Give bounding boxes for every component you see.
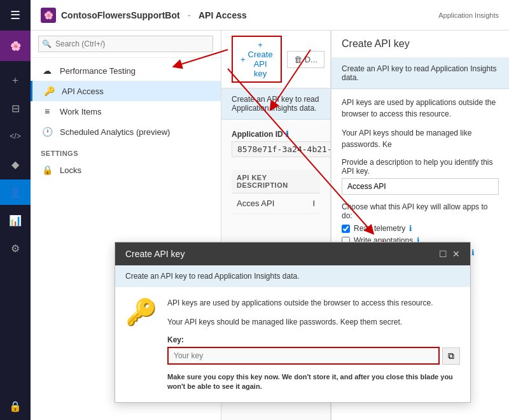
settings-section-label: SETTINGS bbox=[31, 142, 221, 160]
cloud-icon: ☁ bbox=[41, 66, 53, 76]
modal-desc-line1: API keys are used by applications outsid… bbox=[167, 297, 460, 309]
user-icon[interactable]: 👤 bbox=[0, 179, 31, 205]
read-telemetry-checkbox[interactable]: Read telemetry ℹ bbox=[342, 224, 499, 233]
nav-label-scheduled-analytics: Scheduled Analytics (preview) bbox=[60, 127, 170, 137]
app-id-info-icon: ℹ bbox=[286, 130, 289, 139]
chart-icon[interactable]: 📊 bbox=[0, 207, 31, 233]
app-name: ContosoFlowersSupportBot bbox=[61, 10, 180, 20]
key-input[interactable] bbox=[167, 347, 440, 365]
api-desc-line1: API keys are used by applications outsid… bbox=[342, 97, 499, 120]
header-separator: - bbox=[188, 10, 191, 21]
subtitle: Application Insights bbox=[438, 11, 499, 19]
api-field-label: Provide a description to help you identi… bbox=[342, 158, 499, 176]
api-panel-title: Create API key bbox=[331, 31, 509, 58]
nav-label-api-access: API Access bbox=[62, 87, 104, 96]
lock-icon: 🔒 bbox=[41, 165, 53, 175]
col-value bbox=[307, 170, 320, 193]
nav-label-locks: Locks bbox=[60, 165, 81, 175]
read-telemetry-info-icon: ℹ bbox=[409, 224, 412, 233]
right-panel-content: Application ID ℹ 8578e71f-3a24-4b21-a53-… bbox=[221, 120, 330, 224]
gem-icon[interactable]: ◆ bbox=[0, 151, 31, 177]
read-telemetry-label: Read telemetry bbox=[354, 224, 405, 233]
api-keys-table: API KEY DESCRIPTION Acces API I bbox=[232, 170, 320, 214]
key-copy-button[interactable]: ⧉ bbox=[442, 347, 460, 365]
app-logo: 🌸 bbox=[0, 31, 31, 61]
key-icon: 🔑 bbox=[43, 86, 55, 96]
nav-label-performance-testing: Performance Testing bbox=[60, 66, 136, 76]
key-illustration-icon: 🔑 bbox=[125, 297, 157, 392]
permissions-label: Choose what this API key will allow apps… bbox=[342, 202, 499, 220]
search-box: 🔍 bbox=[31, 31, 221, 58]
create-api-key-label: + Create API key bbox=[248, 40, 273, 78]
modal-desc-line2: Your API keys should be managed like pas… bbox=[167, 316, 460, 328]
api-description-input[interactable] bbox=[342, 178, 499, 195]
app-id-value: 8578e71f-3a24-4b21-a53- bbox=[232, 141, 331, 157]
modal-header: Create API key ☐ ✕ bbox=[115, 242, 470, 265]
copy-icon: ⧉ bbox=[448, 351, 454, 361]
sidebar-item-locks[interactable]: 🔒 Locks bbox=[31, 160, 221, 180]
sidebar-item-api-access[interactable]: 🔑 API Access bbox=[31, 81, 221, 101]
col-description: API KEY DESCRIPTION bbox=[232, 170, 307, 193]
app-icon: 🌸 bbox=[41, 8, 56, 23]
app-id-section: Application ID ℹ 8578e71f-3a24-4b21-a53- bbox=[232, 130, 320, 160]
app-id-label: Application ID ℹ bbox=[232, 130, 320, 139]
create-api-key-button[interactable]: + + Create API key bbox=[232, 36, 282, 83]
sidebar-item-work-items[interactable]: ≡ Work Items bbox=[31, 101, 221, 122]
authenticate-sdk-info-icon: ℹ bbox=[471, 248, 475, 257]
list-icon: ≡ bbox=[41, 106, 53, 116]
main-area: 🌸 ContosoFlowersSupportBot - API Access … bbox=[31, 0, 509, 420]
search-icon: 🔍 bbox=[42, 39, 52, 48]
add-icon[interactable]: ＋ bbox=[0, 67, 31, 93]
modal-maximize-icon[interactable]: ☐ bbox=[439, 249, 447, 259]
plus-icon: + bbox=[241, 55, 246, 64]
sidebar-icon-bar: ☰ 🌸 ＋ ⊟ </> ◆ 👤 📊 ⚙ 🔒 bbox=[0, 0, 31, 420]
code-icon[interactable]: </> bbox=[0, 123, 31, 149]
modal-warning-text: Make sure you copy this key now. We don'… bbox=[167, 372, 460, 392]
page-title: API Access bbox=[199, 10, 247, 20]
delete-button[interactable]: 🗑 D... bbox=[287, 51, 324, 68]
modal-controls: ☐ ✕ bbox=[439, 249, 460, 259]
api-panel-info: Create an API key to read Application In… bbox=[331, 58, 509, 89]
key-field-label: Key: bbox=[167, 335, 460, 344]
create-api-key-modal: Create API key ☐ ✕ Create an API key to … bbox=[115, 242, 471, 403]
bottom-lock-icon[interactable]: 🔒 bbox=[0, 393, 31, 419]
header-bar: 🌸 ContosoFlowersSupportBot - API Access … bbox=[31, 0, 509, 31]
modal-close-icon[interactable]: ✕ bbox=[452, 249, 460, 259]
key-input-row: ⧉ bbox=[167, 347, 460, 365]
hamburger-menu[interactable]: ☰ bbox=[0, 0, 31, 31]
clock-icon: 🕐 bbox=[41, 127, 53, 137]
info-banner: Create an API key to read Application In… bbox=[221, 88, 330, 120]
search-input[interactable] bbox=[38, 36, 213, 52]
table-row: Acces API I bbox=[232, 193, 320, 214]
modal-info-banner: Create an API key to read Application In… bbox=[115, 265, 470, 287]
dashboard-icon[interactable]: ⊟ bbox=[0, 95, 31, 121]
modal-title: Create API key bbox=[125, 249, 185, 259]
nav-label-work-items: Work Items bbox=[60, 107, 102, 116]
api-key-value: I bbox=[307, 193, 320, 214]
sidebar-item-performance-testing[interactable]: ☁ Performance Testing bbox=[31, 60, 221, 81]
modal-body: 🔑 API keys are used by applications outs… bbox=[115, 287, 470, 402]
api-key-description: Acces API bbox=[232, 193, 307, 214]
delete-icon: 🗑 bbox=[294, 55, 302, 64]
api-desc-line2: Your API keys should be managed like pas… bbox=[342, 127, 499, 150]
sidebar-item-scheduled-analytics[interactable]: 🕐 Scheduled Analytics (preview) bbox=[31, 122, 221, 142]
modal-key-content: API keys are used by applications outsid… bbox=[167, 297, 460, 392]
gear-icon[interactable]: ⚙ bbox=[0, 235, 31, 261]
toolbar: + + Create API key 🗑 D... bbox=[221, 31, 330, 88]
